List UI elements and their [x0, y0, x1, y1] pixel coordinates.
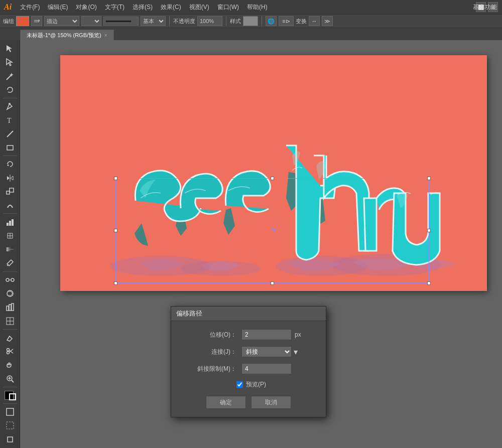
type-tool[interactable]: T	[3, 113, 18, 126]
menu-text[interactable]: 文字(T)	[101, 2, 128, 13]
sep3	[262, 16, 262, 26]
offset-path-dialog: 偏移路径 位移(O)： px 连接(J)： 斜接 圆角 斜面 ▾	[171, 306, 326, 417]
graph-tool[interactable]	[3, 215, 18, 228]
tool-sep-1	[3, 98, 17, 98]
ok-button[interactable]: 确定	[206, 396, 246, 409]
svg-rect-38	[8, 437, 13, 442]
eraser-tool[interactable]	[3, 331, 18, 344]
workspace-label: 基本功能	[473, 3, 497, 12]
offset-row: 位移(O)： px	[181, 329, 316, 340]
menu-window[interactable]: 窗口(W)	[214, 2, 242, 13]
preview-row: 预览(P)	[181, 380, 316, 389]
pen-tool[interactable]	[3, 100, 18, 113]
mesh-tool[interactable]	[3, 229, 18, 242]
menu-file[interactable]: 文件(F)	[17, 2, 43, 13]
svg-point-19	[11, 278, 14, 281]
brush-select[interactable]: 描边	[44, 16, 79, 26]
align-btn[interactable]: ≡⊳	[279, 16, 294, 26]
magic-wand-tool[interactable]	[3, 70, 18, 83]
dialog-title-bar[interactable]: 偏移路径	[171, 307, 326, 321]
behind-draw-mode[interactable]	[3, 419, 18, 432]
join-dropdown-arrow[interactable]: ▾	[294, 347, 298, 357]
normal-draw-mode[interactable]	[3, 405, 18, 418]
fill-color-btn[interactable]	[16, 16, 29, 26]
eyedropper-tool[interactable]	[3, 256, 18, 269]
dialog-title: 偏移路径	[176, 309, 202, 318]
main-area: T	[0, 40, 502, 448]
blend-tool[interactable]	[3, 273, 18, 286]
more-btn[interactable]: ≫	[322, 16, 333, 26]
globe-btn[interactable]: 🌐	[266, 16, 277, 26]
cancel-button[interactable]: 取消	[251, 396, 291, 409]
style-label: 样式	[230, 18, 241, 25]
tool-sep-4	[3, 271, 17, 272]
stroke-swatch[interactable]	[9, 393, 16, 400]
top-menu-bar: Ai 文件(F) 编辑(E) 对象(O) 文字(T) 选择(S) 效果(C) 视…	[0, 0, 502, 14]
join-row: 连接(J)： 斜接 圆角 斜面 ▾	[181, 346, 316, 357]
join-select[interactable]: 斜接 圆角 斜面	[241, 346, 292, 357]
inside-draw-mode[interactable]	[3, 433, 18, 446]
lasso-tool[interactable]	[3, 83, 18, 96]
color-fill-stroke[interactable]	[3, 389, 18, 402]
svg-rect-0	[34, 20, 39, 21]
tool-sep-5	[3, 329, 17, 330]
menu-effect[interactable]: 效果(C)	[157, 2, 185, 13]
miter-input[interactable]	[241, 363, 292, 374]
menu-help[interactable]: 帮助(H)	[243, 2, 271, 13]
preview-checkbox[interactable]	[236, 381, 243, 388]
opacity-input[interactable]	[197, 16, 222, 26]
svg-rect-13	[9, 221, 11, 226]
svg-line-3	[7, 75, 12, 80]
symbol-tool[interactable]	[3, 287, 18, 300]
line-tool[interactable]	[3, 127, 18, 140]
sep1	[169, 16, 170, 26]
offset-unit: px	[295, 331, 301, 338]
svg-rect-10	[7, 191, 10, 194]
zoom-tool[interactable]	[3, 372, 18, 385]
gradient-tool[interactable]	[3, 243, 18, 256]
tab-close-btn[interactable]: ×	[104, 33, 107, 38]
transform-extra-btn[interactable]: ↔	[309, 16, 320, 26]
selection-tool[interactable]	[3, 42, 18, 55]
menu-object[interactable]: 对象(O)	[72, 2, 100, 13]
svg-point-4	[9, 103, 11, 105]
svg-rect-37	[7, 422, 14, 429]
tool-sep-7	[3, 403, 17, 404]
rectangle-tool[interactable]	[3, 141, 18, 154]
warp-tool[interactable]	[3, 199, 18, 212]
offset-input[interactable]	[241, 329, 292, 340]
svg-marker-8	[7, 164, 9, 166]
style-color-btn[interactable]	[243, 16, 258, 26]
mode-label: 编组	[3, 18, 14, 25]
art-svg	[60, 55, 487, 291]
menu-select[interactable]: 选择(S)	[129, 2, 156, 13]
left-toolbox: T	[0, 40, 20, 448]
stroke-options-btn[interactable]	[31, 16, 42, 26]
svg-rect-1	[34, 22, 39, 22]
stroke-style-select[interactable]: 基本	[141, 16, 166, 26]
tool-sep-3	[3, 213, 17, 214]
column-graph-tool[interactable]	[3, 301, 18, 314]
transform-label: 变换	[296, 18, 307, 25]
svg-rect-14	[12, 219, 14, 226]
scale-tool[interactable]	[3, 185, 18, 198]
menu-edit[interactable]: 编辑(E)	[44, 2, 71, 13]
svg-rect-7	[7, 145, 13, 150]
preview-label[interactable]: 预览(P)	[246, 380, 266, 389]
direct-selection-tool[interactable]	[3, 56, 18, 69]
menu-view[interactable]: 视图(V)	[186, 2, 213, 13]
artboard	[60, 55, 487, 291]
hand-tool[interactable]	[3, 358, 18, 371]
svg-point-18	[6, 278, 9, 281]
canvas-area[interactable]: 偏移路径 位移(O)： px 连接(J)： 斜接 圆角 斜面 ▾	[20, 40, 502, 448]
svg-text:T: T	[7, 117, 12, 124]
rotate-tool[interactable]	[3, 158, 18, 171]
slice-tool[interactable]	[3, 314, 18, 327]
document-tab[interactable]: 未标题-1*@ 150% (RGB/预览) ×	[20, 30, 114, 40]
toolbar-row: 编组 描边 基本 不透明度 样式 🌐 ≡⊳ 变换 ↔ ≫	[0, 14, 502, 28]
reflect-tool[interactable]	[3, 172, 18, 185]
svg-line-6	[7, 131, 13, 137]
variable-select[interactable]	[81, 16, 101, 26]
scissors-tool[interactable]	[3, 345, 18, 358]
app-logo: Ai	[4, 3, 12, 12]
